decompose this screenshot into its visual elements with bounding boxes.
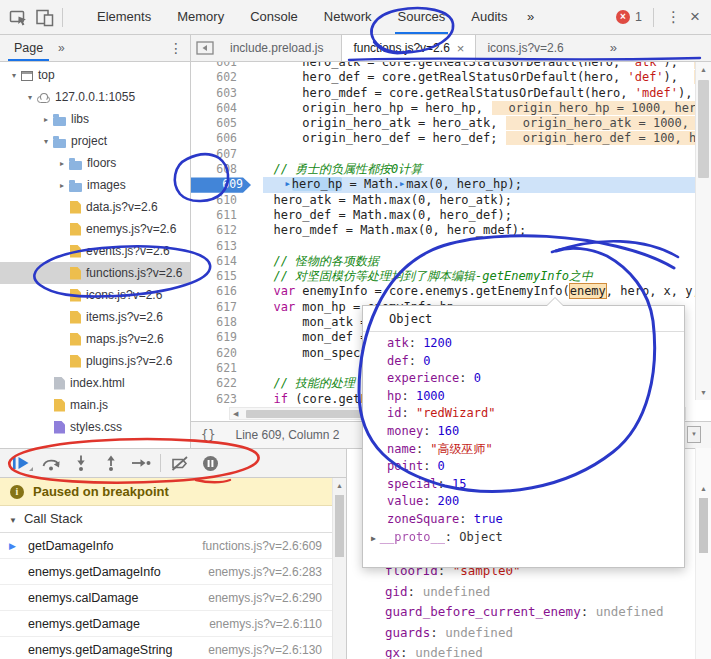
code-line[interactable]: 604 origin_hero_hp = hero_hp, origin_her…: [191, 101, 695, 116]
call-stack-frame[interactable]: enemys.getDamage enemys.js?v=2.6:110: [0, 611, 346, 637]
scope-property[interactable]: gid: undefined: [348, 582, 695, 603]
disclosure-arrow-icon[interactable]: ▸: [56, 159, 68, 168]
line-number-gutter[interactable]: 611: [191, 208, 251, 223]
file-tree-item[interactable]: ▸ floors: [0, 152, 190, 174]
file-tree-item[interactable]: data.js?v=2.6: [0, 196, 190, 218]
code-line[interactable]: 602 hero_def = core.getRealStatusOrDefau…: [191, 70, 695, 85]
step-out-icon[interactable]: [96, 451, 126, 475]
call-stack-header[interactable]: ▼Call Stack: [0, 506, 346, 533]
panel-tab[interactable]: Audits: [458, 0, 520, 34]
code-line[interactable]: 608 // 勇士的负属性都按0计算: [191, 162, 695, 177]
object-property[interactable]: point: 0: [363, 458, 680, 476]
file-tree-item[interactable]: styles.css: [0, 416, 190, 438]
scroll-up-icon[interactable]: ▲: [696, 66, 711, 73]
menu-icon[interactable]: ⋮: [661, 0, 686, 34]
tab-page[interactable]: Page: [8, 35, 49, 61]
more-panels-button[interactable]: »: [519, 0, 542, 34]
file-tree-item[interactable]: main.js: [0, 394, 190, 416]
line-number-gutter[interactable]: 616: [191, 284, 251, 299]
panel-tab[interactable]: Elements: [84, 0, 164, 34]
object-property[interactable]: money: 160: [363, 423, 680, 441]
file-tree-item[interactable]: items.js?v=2.6: [0, 306, 190, 328]
expand-arrow-icon[interactable]: ▶: [371, 534, 376, 543]
object-property[interactable]: id: "redWizard": [363, 405, 680, 423]
call-stack-frame[interactable]: enemys.getDamageInfo enemys.js?v=2.6:283: [0, 559, 346, 585]
call-stack-frame[interactable]: getDamageInfo functions.js?v=2.6:609: [0, 533, 346, 559]
scrollbar-thumb[interactable]: [698, 80, 709, 178]
file-tree-item[interactable]: ▸ images: [0, 174, 190, 196]
code-line[interactable]: 609 ▶hero_hp = Math.▶max(0, hero_hp);: [191, 177, 695, 192]
inspect-icon[interactable]: [8, 8, 30, 28]
file-tree-item[interactable]: plugins.js?v=2.6: [0, 350, 190, 372]
object-property[interactable]: hp: 1000: [363, 388, 680, 406]
line-number-gutter[interactable]: 618: [191, 315, 251, 330]
code-line[interactable]: 615 // 对坚固模仿等处理均到了脚本编辑-getEnemyInfo之中: [191, 269, 695, 284]
code-line[interactable]: 612 hero_mdef = Math.max(0, hero_mdef);: [191, 223, 695, 238]
file-tree-item[interactable]: events.js?v=2.6: [0, 240, 190, 262]
line-number-gutter[interactable]: 623: [191, 392, 251, 407]
code-line[interactable]: 607: [191, 147, 695, 162]
disclosure-arrow-icon[interactable]: ▸: [56, 181, 68, 190]
line-number-gutter[interactable]: 613: [191, 239, 251, 254]
error-count-badge[interactable]: × 1: [616, 0, 642, 34]
scope-property[interactable]: guards: undefined: [348, 623, 695, 644]
scope-pane-scrollbar[interactable]: ▲: [695, 448, 711, 659]
line-number-gutter[interactable]: 608: [191, 162, 251, 177]
pretty-print-button[interactable]: {}: [191, 428, 223, 442]
file-tree-item[interactable]: ▸ libs: [0, 108, 190, 130]
line-number-gutter[interactable]: 615: [191, 269, 251, 284]
file-tree-item[interactable]: index.html: [0, 372, 190, 394]
file-tree-item[interactable]: ▾ top: [0, 64, 190, 86]
frame-location[interactable]: enemys.js?v=2.6:130: [208, 643, 322, 657]
disclosure-arrow-icon[interactable]: ▸: [40, 115, 52, 124]
code-line[interactable]: 616 var enemyInfo = core.enemys.getEnemy…: [191, 284, 695, 299]
object-property[interactable]: atk: 1200: [363, 335, 680, 353]
line-number-gutter[interactable]: 612: [191, 223, 251, 238]
line-number-gutter[interactable]: 602: [191, 70, 251, 85]
scope-property[interactable]: guard_before_current_enemy: undefined: [348, 602, 695, 623]
panel-tab[interactable]: Sources: [385, 0, 459, 34]
object-property[interactable]: def: 0: [363, 353, 680, 371]
scroll-down-icon[interactable]: ▼: [696, 389, 711, 396]
frame-location[interactable]: enemys.js?v=2.6:283: [208, 565, 322, 579]
code-line[interactable]: 601 hero_atk = core.getRealStatusOrDefau…: [191, 62, 695, 70]
object-property[interactable]: ▶__proto__: Object: [363, 529, 680, 547]
code-line[interactable]: 613: [191, 239, 695, 254]
line-number-gutter[interactable]: 604: [191, 101, 251, 116]
code-line[interactable]: 605 origin_hero_atk = hero_atk, origin_h…: [191, 116, 695, 131]
line-number-gutter[interactable]: 603: [191, 86, 251, 101]
line-number-gutter[interactable]: 620: [191, 346, 251, 361]
close-tab-icon[interactable]: ×: [457, 36, 465, 61]
line-number-gutter[interactable]: 609: [191, 177, 263, 192]
scrollbar-thumb[interactable]: [699, 498, 708, 553]
object-property[interactable]: name: "高级巫师": [363, 441, 680, 459]
disclosure-arrow-icon[interactable]: ▾: [40, 137, 52, 146]
editor-tab[interactable]: icons.js?v=2.6: [476, 35, 581, 61]
object-property[interactable]: special: 15: [363, 476, 680, 494]
editor-tab[interactable]: include.preload.js: [219, 35, 341, 61]
file-tree-item[interactable]: ▾ project: [0, 130, 190, 152]
file-tree-item[interactable]: maps.js?v=2.6: [0, 328, 190, 350]
scope-property[interactable]: gx: undefined: [348, 643, 695, 659]
object-property[interactable]: value: 200: [363, 493, 680, 511]
frame-location[interactable]: functions.js?v=2.6:609: [202, 539, 322, 553]
resume-script-icon[interactable]: [6, 451, 36, 475]
line-number-gutter[interactable]: 622: [191, 376, 251, 391]
file-tree-item[interactable]: ▾ 127.0.0.1:1055: [0, 86, 190, 108]
panel-tab[interactable]: Console: [237, 0, 311, 34]
object-property[interactable]: zoneSquare: true: [363, 511, 680, 529]
code-line[interactable]: 610 hero_atk = Math.max(0, hero_atk);: [191, 193, 695, 208]
step-over-icon[interactable]: [36, 451, 66, 475]
collapse-sidebar-icon[interactable]: [191, 35, 219, 61]
device-toolbar-icon[interactable]: [34, 8, 56, 28]
more-navigator-tabs-button[interactable]: »: [52, 35, 71, 61]
navigator-menu-icon[interactable]: ⋮: [163, 35, 189, 61]
frame-location[interactable]: enemys.js?v=2.6:110: [209, 617, 322, 631]
line-number-gutter[interactable]: 617: [191, 300, 251, 315]
scroll-left-icon[interactable]: ◀: [233, 410, 238, 418]
line-number-gutter[interactable]: 601: [191, 62, 251, 70]
scroll-up-icon[interactable]: ▲: [333, 482, 346, 489]
line-number-gutter[interactable]: 605: [191, 116, 251, 131]
pause-on-exceptions-icon[interactable]: [195, 451, 225, 475]
debugger-pane-scrollbar[interactable]: ▲: [332, 478, 346, 659]
